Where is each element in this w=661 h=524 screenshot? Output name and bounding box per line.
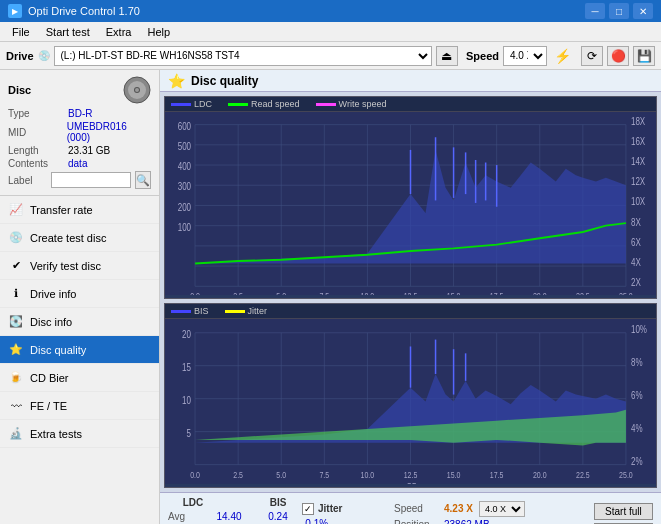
sidebar-item-drive-info[interactable]: ℹ Drive info [0, 280, 159, 308]
drive-select[interactable]: (L:) HL-DT-ST BD-RE WH16NS58 TST4 [54, 46, 432, 66]
tool-btn-1[interactable]: ⟳ [581, 46, 603, 66]
content-header: ⭐ Disc quality [160, 70, 661, 92]
svg-text:17.5: 17.5 [490, 291, 504, 295]
start-full-button[interactable]: Start full [594, 503, 653, 520]
svg-text:12.5: 12.5 [404, 291, 418, 295]
svg-text:400: 400 [178, 161, 191, 172]
start-buttons: Start full Start part [594, 503, 653, 524]
ldc-legend-write-label: Write speed [339, 99, 387, 109]
svg-text:2%: 2% [631, 454, 643, 467]
speed-label: Speed [466, 50, 499, 62]
sidebar-item-disc-info[interactable]: 💽 Disc info [0, 308, 159, 336]
svg-text:20: 20 [182, 328, 191, 341]
svg-text:22.5: 22.5 [576, 469, 590, 480]
sidebar-item-disc-quality[interactable]: ⭐ Disc quality [0, 336, 159, 364]
speed-select[interactable]: 4.0 X 2.0 X 6.0 X [479, 501, 525, 517]
sidebar-item-extra-tests-label: Extra tests [30, 428, 82, 440]
svg-point-3 [135, 88, 139, 92]
svg-text:8X: 8X [631, 217, 641, 228]
disc-quality-icon: ⭐ [8, 342, 24, 358]
svg-text:GB: GB [406, 480, 416, 484]
disc-info-icon: 💽 [8, 314, 24, 330]
svg-text:12.5: 12.5 [404, 469, 418, 480]
jitter-checkbox[interactable]: ✓ [302, 503, 314, 515]
ldc-legend-write: Write speed [316, 99, 387, 109]
disc-contents-label: Contents [8, 158, 68, 169]
svg-text:14X: 14X [631, 156, 645, 167]
svg-text:25.0: 25.0 [619, 469, 633, 480]
svg-text:2X: 2X [631, 277, 641, 288]
avg-label: Avg [168, 511, 200, 522]
bis-legend-bis: BIS [171, 306, 209, 316]
menu-help[interactable]: Help [139, 24, 178, 40]
sidebar-item-drive-info-label: Drive info [30, 288, 76, 300]
menu-start-test[interactable]: Start test [38, 24, 98, 40]
disc-contents-value: data [68, 158, 87, 169]
disc-section-title: Disc [8, 84, 31, 96]
disc-label-row: Label 🔍 [8, 171, 151, 189]
app-icon: ▶ [8, 4, 22, 18]
create-test-disc-icon: 💿 [8, 230, 24, 246]
speed-key: Speed [394, 503, 438, 514]
disc-label-button[interactable]: 🔍 [135, 171, 151, 189]
ldc-chart-container: LDC Read speed Write speed [164, 96, 657, 299]
drive-bar: Drive 💿 (L:) HL-DT-ST BD-RE WH16NS58 TST… [0, 42, 661, 70]
tool-btn-2[interactable]: 🔴 [607, 46, 629, 66]
title-bar-controls: ─ □ ✕ [585, 3, 653, 19]
sidebar-item-extra-tests[interactable]: 🔬 Extra tests [0, 420, 159, 448]
svg-text:10.0: 10.0 [361, 469, 375, 480]
jitter-avg-value: -0.1% [302, 518, 352, 525]
content-header-icon: ⭐ [168, 73, 185, 89]
svg-text:2.5: 2.5 [233, 469, 243, 480]
disc-contents-row: Contents data [8, 158, 151, 169]
cd-bier-icon: 🍺 [8, 370, 24, 386]
position-value: 23862 MB [444, 519, 490, 525]
bis-legend-jitter-label: Jitter [248, 306, 268, 316]
svg-text:0.0: 0.0 [190, 469, 200, 480]
sidebar-item-fe-te-label: FE / TE [30, 400, 67, 412]
svg-text:4%: 4% [631, 422, 643, 435]
svg-text:20.0: 20.0 [533, 469, 547, 480]
disc-length-row: Length 23.31 GB [8, 145, 151, 156]
svg-text:7.5: 7.5 [319, 291, 329, 295]
sidebar-item-create-test-disc[interactable]: 💿 Create test disc [0, 224, 159, 252]
svg-text:15.0: 15.0 [447, 469, 461, 480]
svg-text:15: 15 [182, 361, 191, 374]
sidebar: Disc Type BD-R MID UMEBDR016 (000) Lengt… [0, 70, 160, 524]
sidebar-item-cd-bier[interactable]: 🍺 CD Bier [0, 364, 159, 392]
svg-text:600: 600 [178, 121, 191, 132]
verify-test-disc-icon: ✔ [8, 258, 24, 274]
svg-text:6%: 6% [631, 389, 643, 402]
close-button[interactable]: ✕ [633, 3, 653, 19]
ldc-legend-read-label: Read speed [251, 99, 300, 109]
sidebar-item-disc-quality-label: Disc quality [30, 344, 86, 356]
minimize-button[interactable]: ─ [585, 3, 605, 19]
svg-text:12X: 12X [631, 176, 645, 187]
position-key: Position [394, 519, 438, 525]
svg-text:5.0: 5.0 [276, 291, 286, 295]
bis-avg-value: 0.24 [258, 511, 298, 522]
svg-text:17.5: 17.5 [490, 469, 504, 480]
disc-label-input[interactable] [51, 172, 131, 188]
menu-extra[interactable]: Extra [98, 24, 140, 40]
ldc-chart-svg: 600 500 400 300 200 100 18X 16X 14X 12X … [165, 112, 656, 295]
bis-legend-jitter: Jitter [225, 306, 268, 316]
svg-text:10: 10 [182, 394, 191, 407]
disc-mid-row: MID UMEBDR016 (000) [8, 121, 151, 143]
speed-current-value: 4.23 X [444, 503, 473, 514]
sidebar-item-fe-te[interactable]: 〰 FE / TE [0, 392, 159, 420]
sidebar-item-transfer-rate[interactable]: 📈 Transfer rate [0, 196, 159, 224]
speed-select[interactable]: 4.0 X 2.0 X 6.0 X 8.0 X [503, 46, 547, 66]
eject-button[interactable]: ⏏ [436, 46, 458, 66]
sidebar-item-verify-test-disc[interactable]: ✔ Verify test disc [0, 252, 159, 280]
menu-file[interactable]: File [4, 24, 38, 40]
svg-text:20.0: 20.0 [533, 291, 547, 295]
maximize-button[interactable]: □ [609, 3, 629, 19]
disc-image [123, 76, 151, 104]
sidebar-item-transfer-rate-label: Transfer rate [30, 204, 93, 216]
svg-text:5.0: 5.0 [276, 469, 286, 480]
svg-text:2.5: 2.5 [233, 291, 243, 295]
sidebar-item-cd-bier-label: CD Bier [30, 372, 69, 384]
tool-btn-3[interactable]: 💾 [633, 46, 655, 66]
svg-text:10X: 10X [631, 197, 645, 208]
